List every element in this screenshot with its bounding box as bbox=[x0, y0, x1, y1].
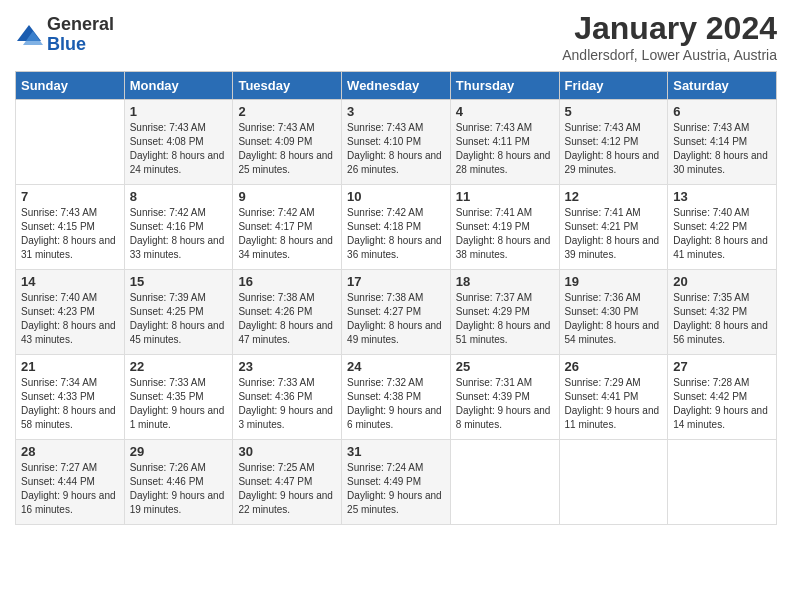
calendar-table: SundayMondayTuesdayWednesdayThursdayFrid… bbox=[15, 71, 777, 525]
calendar-cell: 31Sunrise: 7:24 AMSunset: 4:49 PMDayligh… bbox=[342, 440, 451, 525]
calendar-cell: 15Sunrise: 7:39 AMSunset: 4:25 PMDayligh… bbox=[124, 270, 233, 355]
day-info: Sunrise: 7:38 AMSunset: 4:26 PMDaylight:… bbox=[238, 291, 336, 347]
weekday-header-sunday: Sunday bbox=[16, 72, 125, 100]
weekday-header-wednesday: Wednesday bbox=[342, 72, 451, 100]
day-info: Sunrise: 7:35 AMSunset: 4:32 PMDaylight:… bbox=[673, 291, 771, 347]
logo: General Blue bbox=[15, 15, 114, 55]
logo-general: General bbox=[47, 15, 114, 35]
day-number: 3 bbox=[347, 104, 445, 119]
day-info: Sunrise: 7:26 AMSunset: 4:46 PMDaylight:… bbox=[130, 461, 228, 517]
day-number: 28 bbox=[21, 444, 119, 459]
day-number: 26 bbox=[565, 359, 663, 374]
calendar-cell: 22Sunrise: 7:33 AMSunset: 4:35 PMDayligh… bbox=[124, 355, 233, 440]
day-info: Sunrise: 7:41 AMSunset: 4:19 PMDaylight:… bbox=[456, 206, 554, 262]
calendar-cell: 9Sunrise: 7:42 AMSunset: 4:17 PMDaylight… bbox=[233, 185, 342, 270]
logo-text: General Blue bbox=[47, 15, 114, 55]
day-number: 16 bbox=[238, 274, 336, 289]
day-info: Sunrise: 7:43 AMSunset: 4:15 PMDaylight:… bbox=[21, 206, 119, 262]
calendar-cell: 13Sunrise: 7:40 AMSunset: 4:22 PMDayligh… bbox=[668, 185, 777, 270]
day-number: 10 bbox=[347, 189, 445, 204]
logo-blue: Blue bbox=[47, 35, 114, 55]
calendar-cell: 5Sunrise: 7:43 AMSunset: 4:12 PMDaylight… bbox=[559, 100, 668, 185]
calendar-cell bbox=[16, 100, 125, 185]
day-number: 6 bbox=[673, 104, 771, 119]
weekday-header-tuesday: Tuesday bbox=[233, 72, 342, 100]
calendar-cell: 29Sunrise: 7:26 AMSunset: 4:46 PMDayligh… bbox=[124, 440, 233, 525]
day-number: 5 bbox=[565, 104, 663, 119]
day-info: Sunrise: 7:28 AMSunset: 4:42 PMDaylight:… bbox=[673, 376, 771, 432]
calendar-cell: 7Sunrise: 7:43 AMSunset: 4:15 PMDaylight… bbox=[16, 185, 125, 270]
day-info: Sunrise: 7:42 AMSunset: 4:17 PMDaylight:… bbox=[238, 206, 336, 262]
day-number: 25 bbox=[456, 359, 554, 374]
day-number: 15 bbox=[130, 274, 228, 289]
day-number: 11 bbox=[456, 189, 554, 204]
day-info: Sunrise: 7:39 AMSunset: 4:25 PMDaylight:… bbox=[130, 291, 228, 347]
calendar-week-4: 21Sunrise: 7:34 AMSunset: 4:33 PMDayligh… bbox=[16, 355, 777, 440]
day-number: 14 bbox=[21, 274, 119, 289]
day-number: 17 bbox=[347, 274, 445, 289]
calendar-cell: 27Sunrise: 7:28 AMSunset: 4:42 PMDayligh… bbox=[668, 355, 777, 440]
location-subtitle: Andlersdorf, Lower Austria, Austria bbox=[562, 47, 777, 63]
day-info: Sunrise: 7:43 AMSunset: 4:08 PMDaylight:… bbox=[130, 121, 228, 177]
calendar-cell: 25Sunrise: 7:31 AMSunset: 4:39 PMDayligh… bbox=[450, 355, 559, 440]
day-info: Sunrise: 7:24 AMSunset: 4:49 PMDaylight:… bbox=[347, 461, 445, 517]
day-info: Sunrise: 7:33 AMSunset: 4:35 PMDaylight:… bbox=[130, 376, 228, 432]
day-number: 9 bbox=[238, 189, 336, 204]
day-info: Sunrise: 7:42 AMSunset: 4:18 PMDaylight:… bbox=[347, 206, 445, 262]
day-number: 12 bbox=[565, 189, 663, 204]
day-info: Sunrise: 7:32 AMSunset: 4:38 PMDaylight:… bbox=[347, 376, 445, 432]
day-info: Sunrise: 7:40 AMSunset: 4:23 PMDaylight:… bbox=[21, 291, 119, 347]
day-number: 2 bbox=[238, 104, 336, 119]
day-info: Sunrise: 7:43 AMSunset: 4:12 PMDaylight:… bbox=[565, 121, 663, 177]
calendar-cell: 2Sunrise: 7:43 AMSunset: 4:09 PMDaylight… bbox=[233, 100, 342, 185]
calendar-cell bbox=[668, 440, 777, 525]
calendar-week-1: 1Sunrise: 7:43 AMSunset: 4:08 PMDaylight… bbox=[16, 100, 777, 185]
day-info: Sunrise: 7:41 AMSunset: 4:21 PMDaylight:… bbox=[565, 206, 663, 262]
day-info: Sunrise: 7:40 AMSunset: 4:22 PMDaylight:… bbox=[673, 206, 771, 262]
calendar-cell: 6Sunrise: 7:43 AMSunset: 4:14 PMDaylight… bbox=[668, 100, 777, 185]
day-number: 19 bbox=[565, 274, 663, 289]
day-number: 4 bbox=[456, 104, 554, 119]
day-info: Sunrise: 7:43 AMSunset: 4:10 PMDaylight:… bbox=[347, 121, 445, 177]
weekday-header-row: SundayMondayTuesdayWednesdayThursdayFrid… bbox=[16, 72, 777, 100]
day-info: Sunrise: 7:43 AMSunset: 4:14 PMDaylight:… bbox=[673, 121, 771, 177]
day-number: 20 bbox=[673, 274, 771, 289]
day-info: Sunrise: 7:27 AMSunset: 4:44 PMDaylight:… bbox=[21, 461, 119, 517]
weekday-header-thursday: Thursday bbox=[450, 72, 559, 100]
weekday-header-friday: Friday bbox=[559, 72, 668, 100]
day-info: Sunrise: 7:36 AMSunset: 4:30 PMDaylight:… bbox=[565, 291, 663, 347]
weekday-header-monday: Monday bbox=[124, 72, 233, 100]
calendar-cell: 1Sunrise: 7:43 AMSunset: 4:08 PMDaylight… bbox=[124, 100, 233, 185]
day-info: Sunrise: 7:37 AMSunset: 4:29 PMDaylight:… bbox=[456, 291, 554, 347]
calendar-week-3: 14Sunrise: 7:40 AMSunset: 4:23 PMDayligh… bbox=[16, 270, 777, 355]
calendar-cell: 18Sunrise: 7:37 AMSunset: 4:29 PMDayligh… bbox=[450, 270, 559, 355]
day-info: Sunrise: 7:34 AMSunset: 4:33 PMDaylight:… bbox=[21, 376, 119, 432]
day-info: Sunrise: 7:38 AMSunset: 4:27 PMDaylight:… bbox=[347, 291, 445, 347]
day-number: 24 bbox=[347, 359, 445, 374]
calendar-cell: 4Sunrise: 7:43 AMSunset: 4:11 PMDaylight… bbox=[450, 100, 559, 185]
calendar-cell: 24Sunrise: 7:32 AMSunset: 4:38 PMDayligh… bbox=[342, 355, 451, 440]
calendar-cell: 11Sunrise: 7:41 AMSunset: 4:19 PMDayligh… bbox=[450, 185, 559, 270]
day-info: Sunrise: 7:43 AMSunset: 4:11 PMDaylight:… bbox=[456, 121, 554, 177]
calendar-week-5: 28Sunrise: 7:27 AMSunset: 4:44 PMDayligh… bbox=[16, 440, 777, 525]
day-number: 23 bbox=[238, 359, 336, 374]
day-number: 7 bbox=[21, 189, 119, 204]
day-number: 31 bbox=[347, 444, 445, 459]
day-number: 1 bbox=[130, 104, 228, 119]
calendar-cell: 20Sunrise: 7:35 AMSunset: 4:32 PMDayligh… bbox=[668, 270, 777, 355]
day-number: 30 bbox=[238, 444, 336, 459]
day-number: 18 bbox=[456, 274, 554, 289]
calendar-cell: 26Sunrise: 7:29 AMSunset: 4:41 PMDayligh… bbox=[559, 355, 668, 440]
day-number: 8 bbox=[130, 189, 228, 204]
day-number: 22 bbox=[130, 359, 228, 374]
calendar-cell: 30Sunrise: 7:25 AMSunset: 4:47 PMDayligh… bbox=[233, 440, 342, 525]
day-number: 27 bbox=[673, 359, 771, 374]
calendar-cell: 3Sunrise: 7:43 AMSunset: 4:10 PMDaylight… bbox=[342, 100, 451, 185]
day-info: Sunrise: 7:29 AMSunset: 4:41 PMDaylight:… bbox=[565, 376, 663, 432]
day-info: Sunrise: 7:42 AMSunset: 4:16 PMDaylight:… bbox=[130, 206, 228, 262]
weekday-header-saturday: Saturday bbox=[668, 72, 777, 100]
calendar-cell: 17Sunrise: 7:38 AMSunset: 4:27 PMDayligh… bbox=[342, 270, 451, 355]
month-title: January 2024 bbox=[562, 10, 777, 47]
calendar-cell: 23Sunrise: 7:33 AMSunset: 4:36 PMDayligh… bbox=[233, 355, 342, 440]
calendar-cell: 16Sunrise: 7:38 AMSunset: 4:26 PMDayligh… bbox=[233, 270, 342, 355]
